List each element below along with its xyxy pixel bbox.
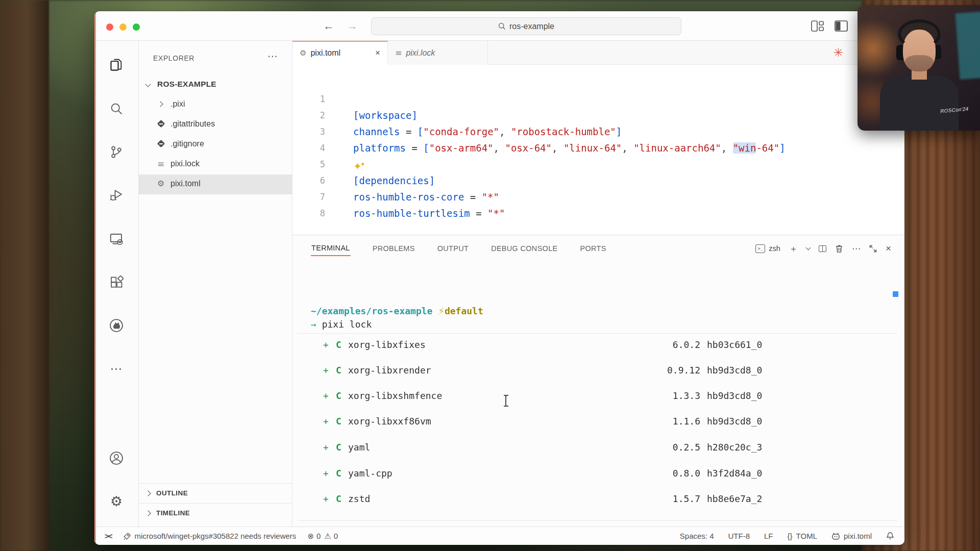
remote-indicator[interactable]: >< xyxy=(105,532,112,540)
window-accent-border xyxy=(94,11,96,545)
sidebar-item-pixi-toml[interactable]: ⚙ pixi.toml xyxy=(139,174,292,194)
code-line: 3 platforms = ["osx-arm64", "osx-64", "l… xyxy=(292,107,904,123)
bolt-icon: ⚡ xyxy=(438,306,445,316)
macos-minimize-button[interactable] xyxy=(119,23,127,31)
package-row: +Cyaml-cpp0.8.0h3f2d84a_0 xyxy=(292,466,904,481)
timeline-section[interactable]: TIMELINE xyxy=(139,503,292,523)
eol-status[interactable]: LF xyxy=(764,532,773,540)
pixi-status[interactable]: pixi.toml xyxy=(831,532,872,540)
github-issue-status[interactable]: microsoft/winget-pkgs#305822 needs revie… xyxy=(123,532,297,540)
tab-output[interactable]: OUTPUT xyxy=(437,241,469,256)
chevron-right-icon xyxy=(145,490,151,496)
code-line: 5 [dependencies] xyxy=(292,140,904,156)
sidebar-item-pixi-folder[interactable]: .pixi xyxy=(139,95,292,115)
customize-layout-icon[interactable] xyxy=(811,20,824,32)
sidebar-item-root-folder[interactable]: ROS-EXAMPLE xyxy=(139,75,292,95)
line-number: 8 xyxy=(292,205,325,221)
code-line: 4 ✦✦ xyxy=(292,123,904,140)
tab-label: pixi.lock xyxy=(406,48,435,58)
chevron-right-icon xyxy=(145,510,151,516)
github-icon[interactable] xyxy=(108,317,125,334)
explorer-icon[interactable] xyxy=(108,57,125,73)
package-row: +Czstd1.5.7hb8e6e7a_2 xyxy=(292,492,904,506)
package-row: +Cxorg-libxxf86vm1.1.6hb9d3cd8_0 xyxy=(292,414,904,429)
sidebar-header: EXPLORER ⋯ xyxy=(139,41,292,69)
status-bar: >< microsoft/winget-pkgs#305822 needs re… xyxy=(94,527,904,545)
sidebar-item-gitignore[interactable]: .gitignore xyxy=(139,135,292,155)
sidebar-item-gitattributes[interactable]: .gitattributes xyxy=(139,115,292,135)
extension-starburst-icon[interactable]: ✳ xyxy=(834,46,843,59)
sidebar-title: EXPLORER xyxy=(153,54,194,62)
tab-close-icon[interactable]: × xyxy=(375,48,380,58)
package-row: +Cyaml0.2.5h280c20c_3 xyxy=(292,440,904,455)
macos-close-button[interactable] xyxy=(106,23,113,31)
command-center-search[interactable]: ros-example xyxy=(371,17,681,35)
terminal-panel: TERMINAL PROBLEMS OUTPUT DEBUG CONSOLE P… xyxy=(292,235,904,527)
tab-terminal[interactable]: TERMINAL xyxy=(311,241,351,256)
remote-explorer-icon[interactable] xyxy=(108,231,125,247)
webcam-overlay: ROSCon'24 xyxy=(857,5,980,131)
outline-section[interactable]: OUTLINE xyxy=(139,483,292,503)
tab-pixi-lock[interactable]: ≡ pixi.lock xyxy=(388,41,488,65)
new-terminal-icon[interactable]: ＋ xyxy=(789,243,798,255)
braces-icon: {} xyxy=(788,532,793,540)
kill-terminal-icon[interactable] xyxy=(835,244,843,253)
terminal-command-line: → pixi lock xyxy=(311,318,372,331)
account-icon[interactable] xyxy=(108,450,125,466)
terminal-prompt-icon: >_ xyxy=(755,244,765,253)
explorer-sidebar: EXPLORER ⋯ ROS-EXAMPLE .pixi .gitattribu… xyxy=(139,41,292,527)
sidebar-item-pixi-lock[interactable]: ≡ pixi.lock xyxy=(139,155,292,174)
split-terminal-icon[interactable] xyxy=(819,245,826,252)
terminal-content[interactable]: ~/examples/ros-example ⚡default → pixi l… xyxy=(292,262,904,527)
list-file-icon: ≡ xyxy=(395,48,402,58)
warning-icon: ⚠ xyxy=(324,532,331,541)
tab-pixi-toml[interactable]: ⚙ pixi.toml × xyxy=(292,41,388,65)
macos-zoom-button[interactable] xyxy=(133,23,140,31)
editor-tab-bar: ⚙ pixi.toml × ≡ pixi.lock ✳ xyxy=(292,41,904,65)
search-value: ros-example xyxy=(509,22,554,31)
extensions-icon[interactable] xyxy=(108,274,125,291)
vscode-window: ← → ros-example xyxy=(94,11,904,545)
search-sidebar-icon[interactable] xyxy=(108,101,125,117)
git-file-icon xyxy=(157,120,165,128)
error-icon: ⊗ xyxy=(307,532,314,541)
pixi-logo-icon xyxy=(831,532,840,540)
code-line: 2 channels = ["conda-forge", "robostack-… xyxy=(292,91,904,107)
tab-debug-console[interactable]: DEBUG CONSOLE xyxy=(491,241,558,256)
shell-selector[interactable]: >_ zsh xyxy=(755,244,780,253)
encoding-status[interactable]: UTF-8 xyxy=(728,532,750,540)
close-panel-icon[interactable]: × xyxy=(886,243,891,254)
tab-problems[interactable]: PROBLEMS xyxy=(372,241,415,256)
explorer-more-actions-icon[interactable]: ⋯ xyxy=(267,50,278,62)
toggle-sidebar-icon[interactable] xyxy=(835,20,848,32)
shirt-text: ROSCon'24 xyxy=(940,106,969,114)
indentation-status[interactable]: Spaces: 4 xyxy=(680,532,714,540)
chevron-right-icon xyxy=(157,101,163,107)
problems-status[interactable]: ⊗0 ⚠0 xyxy=(307,532,338,541)
activity-bar: ⋯ ⚙ xyxy=(94,41,139,527)
terminal-divider xyxy=(298,333,897,334)
more-views-icon[interactable]: ⋯ xyxy=(108,361,125,377)
terminal-prompt-line: ~/examples/ros-example ⚡default xyxy=(311,305,483,318)
package-row: +Cxorg-libxrender0.9.12hb9d3cd8_0 xyxy=(292,363,904,378)
navigate-back-icon[interactable]: ← xyxy=(323,19,334,33)
maximize-panel-icon[interactable] xyxy=(869,245,877,253)
panel-actions: >_ zsh ＋ ⋯ × xyxy=(755,235,891,262)
chevron-down-icon xyxy=(145,81,151,87)
list-file-icon: ≡ xyxy=(157,159,164,169)
terminal-dropdown-icon[interactable] xyxy=(805,245,811,250)
settings-gear-icon[interactable]: ⚙ xyxy=(108,493,125,509)
language-status[interactable]: {} TOML xyxy=(788,532,817,540)
person-beard xyxy=(905,55,934,71)
navigate-forward-icon[interactable]: → xyxy=(347,19,358,33)
package-row: +Cxorg-libxshmfence1.3.3hb9d3cd8_0 xyxy=(292,389,904,403)
source-control-icon[interactable] xyxy=(108,144,125,160)
webcam-background-poster xyxy=(955,11,980,80)
tab-ports[interactable]: PORTS xyxy=(580,241,607,256)
more-actions-icon[interactable]: ⋯ xyxy=(852,243,861,254)
code-line: 6 ros-humble-ros-core = "*" xyxy=(292,156,904,172)
headphone-band xyxy=(898,19,941,49)
notifications-bell-icon[interactable] xyxy=(886,532,894,540)
run-debug-icon[interactable] xyxy=(108,187,125,203)
rocket-icon xyxy=(123,532,131,540)
